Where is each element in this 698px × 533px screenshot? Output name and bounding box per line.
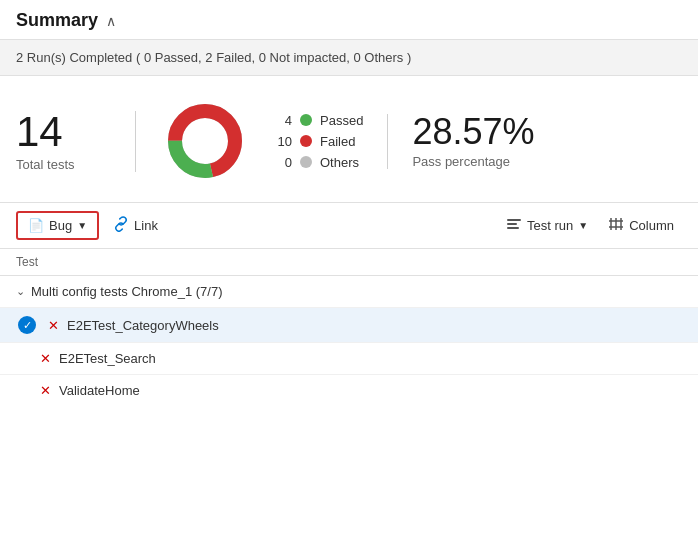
chevron-up-icon: ∧: [106, 13, 116, 29]
failed-count: 10: [274, 134, 292, 149]
others-count: 0: [274, 155, 292, 170]
column-icon: [608, 216, 624, 235]
pass-percentage-block: 28.57% Pass percentage: [387, 114, 547, 169]
fail-icon: ✕: [40, 383, 51, 398]
test-run-icon: [506, 216, 522, 235]
failed-label: Failed: [320, 134, 355, 149]
link-icon: [113, 216, 129, 235]
toolbar: 📄 Bug ▼ Link Test run ▼: [0, 203, 698, 249]
total-tests-number: 14: [16, 111, 63, 153]
passed-label: Passed: [320, 113, 363, 128]
donut-chart: [160, 96, 250, 186]
legend-others: 0 Others: [274, 155, 363, 170]
test-name: E2ETest_Search: [59, 351, 156, 366]
passed-dot: [300, 114, 312, 126]
fail-icon: ✕: [40, 351, 51, 366]
pass-percentage-label: Pass percentage: [412, 154, 510, 169]
group-name: Multi config tests Chrome_1 (7/7): [31, 284, 222, 299]
run-summary-bar: 2 Run(s) Completed ( 0 Passed, 2 Failed,…: [0, 40, 698, 76]
svg-rect-6: [507, 227, 519, 229]
summary-header: Summary ∧: [0, 0, 698, 40]
table-row[interactable]: ✓ ✕ E2ETest_CategoryWheels: [0, 307, 698, 342]
pass-percentage-number: 28.57%: [412, 114, 534, 150]
passed-count: 4: [274, 113, 292, 128]
column-header-text: Test: [16, 255, 38, 269]
test-group-header[interactable]: ⌄ Multi config tests Chrome_1 (7/7): [0, 276, 698, 307]
table-row[interactable]: ✕ E2ETest_Search: [0, 342, 698, 374]
svg-rect-4: [507, 219, 521, 221]
test-run-arrow: ▼: [578, 220, 588, 231]
test-run-label: Test run: [527, 218, 573, 233]
test-group: ⌄ Multi config tests Chrome_1 (7/7) ✓ ✕ …: [0, 276, 698, 406]
test-list-section: Test ⌄ Multi config tests Chrome_1 (7/7)…: [0, 249, 698, 406]
total-tests-block: 14 Total tests: [16, 111, 136, 172]
stats-section: 14 Total tests 4 Passed 10: [0, 76, 698, 203]
legend-block: 4 Passed 10 Failed 0 Others: [274, 113, 387, 170]
column-button[interactable]: Column: [600, 211, 682, 240]
test-name: E2ETest_CategoryWheels: [67, 318, 219, 333]
failed-dot: [300, 135, 312, 147]
test-name: ValidateHome: [59, 383, 140, 398]
link-button[interactable]: Link: [103, 211, 168, 240]
donut-chart-block: [136, 96, 274, 186]
column-label: Column: [629, 218, 674, 233]
fail-icon: ✕: [48, 318, 59, 333]
legend-passed: 4 Passed: [274, 113, 363, 128]
bug-icon: 📄: [28, 218, 44, 233]
run-summary-text: 2 Run(s) Completed ( 0 Passed, 2 Failed,…: [16, 50, 411, 65]
table-row[interactable]: ✕ ValidateHome: [0, 374, 698, 406]
test-column-header: Test: [0, 249, 698, 276]
test-run-button[interactable]: Test run ▼: [498, 211, 596, 240]
bug-button[interactable]: 📄 Bug ▼: [16, 211, 99, 240]
bug-label: Bug: [49, 218, 72, 233]
summary-title: Summary: [16, 10, 98, 31]
others-label: Others: [320, 155, 359, 170]
others-dot: [300, 156, 312, 168]
bug-dropdown-arrow: ▼: [77, 220, 87, 231]
svg-point-3: [183, 119, 227, 163]
total-tests-label: Total tests: [16, 157, 75, 172]
legend-failed: 10 Failed: [274, 134, 363, 149]
group-expand-icon: ⌄: [16, 285, 25, 298]
svg-rect-5: [507, 223, 517, 225]
link-label: Link: [134, 218, 158, 233]
selected-check-icon: ✓: [18, 316, 36, 334]
